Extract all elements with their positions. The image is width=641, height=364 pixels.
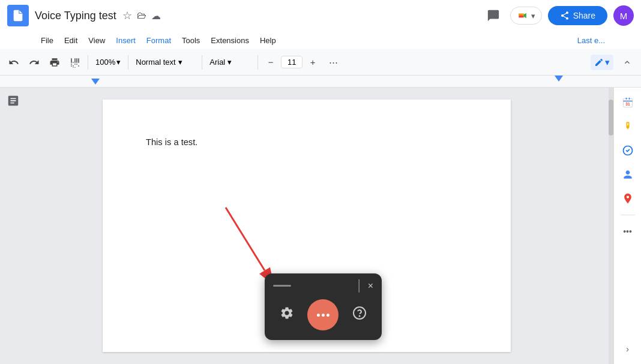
summary-icon[interactable] bbox=[5, 92, 22, 109]
scrollbar-thumb[interactable] bbox=[609, 100, 613, 136]
title-icons: ☆ 🗁 ☁ bbox=[122, 9, 161, 22]
doc-content[interactable]: This is a test. bbox=[146, 136, 468, 149]
doc-text: This is a test. bbox=[146, 136, 468, 149]
menu-format[interactable]: Format bbox=[142, 34, 176, 47]
folder-icon[interactable]: 🗁 bbox=[137, 10, 146, 21]
settings-button[interactable] bbox=[280, 306, 294, 324]
svg-line-4 bbox=[226, 207, 265, 270]
sidebar-expand[interactable]: › bbox=[618, 339, 638, 359]
widget-close-button[interactable]: × bbox=[368, 281, 373, 291]
zoom-dropdown[interactable]: 100% ▾ bbox=[92, 53, 124, 71]
sidebar-tasks[interactable] bbox=[618, 140, 638, 161]
star-icon[interactable]: ☆ bbox=[122, 9, 132, 22]
toolbar: 100% ▾ Normal text ▾ Arial ▾ − + ⋯ ▾ bbox=[0, 49, 641, 76]
font-size-decrease[interactable]: − bbox=[262, 53, 280, 71]
divider-2 bbox=[128, 55, 128, 70]
last-edit[interactable]: Last e... bbox=[577, 36, 605, 45]
voice-typing-widget: │ × bbox=[265, 273, 382, 340]
title-right: ▾ Share M bbox=[483, 5, 634, 26]
font-size-control: − + bbox=[262, 53, 322, 71]
menu-bar: File Edit View Insert Format Tools Exten… bbox=[0, 31, 641, 49]
svg-rect-8 bbox=[625, 98, 627, 100]
drag-handle bbox=[273, 285, 291, 287]
menu-edit[interactable]: Edit bbox=[59, 34, 82, 47]
mic-dot-3 bbox=[327, 314, 330, 317]
sidebar-calendar[interactable]: 31 bbox=[618, 92, 638, 113]
menu-help[interactable]: Help bbox=[255, 34, 281, 47]
chat-button[interactable] bbox=[483, 5, 504, 26]
right-sidebar: 31 ••• › bbox=[613, 88, 641, 364]
font-size-input[interactable] bbox=[281, 56, 302, 68]
meet-button[interactable]: ▾ bbox=[510, 7, 542, 25]
scrollbar[interactable] bbox=[609, 88, 613, 364]
sidebar-divider bbox=[621, 215, 635, 215]
menu-view[interactable]: View bbox=[83, 34, 110, 47]
paint-format-button[interactable] bbox=[66, 53, 84, 71]
divider-4 bbox=[257, 55, 258, 70]
divider-1 bbox=[88, 55, 88, 70]
mic-dot-1 bbox=[317, 314, 320, 317]
ruler bbox=[0, 76, 641, 88]
main-area: This is a test. │ × bbox=[0, 88, 641, 364]
title-bar: Voice Typing test ☆ 🗁 ☁ ▾ Share bbox=[0, 0, 641, 31]
menu-tools[interactable]: Tools bbox=[177, 34, 205, 47]
share-label: Share bbox=[573, 11, 595, 20]
doc-title: Voice Typing test bbox=[35, 10, 116, 22]
avatar[interactable]: M bbox=[613, 5, 634, 26]
doc-area: This is a test. │ × bbox=[0, 88, 613, 364]
mic-dots bbox=[317, 314, 330, 317]
sidebar-more[interactable]: ••• bbox=[618, 221, 638, 242]
menu-extensions[interactable]: Extensions bbox=[206, 34, 254, 47]
mic-button[interactable] bbox=[307, 299, 339, 330]
sidebar-contacts[interactable] bbox=[618, 164, 638, 185]
undo-button[interactable] bbox=[5, 53, 23, 71]
menu-file[interactable]: File bbox=[36, 34, 58, 47]
collapse-toolbar-button[interactable] bbox=[618, 53, 636, 71]
svg-rect-9 bbox=[628, 98, 630, 100]
app-icon bbox=[7, 5, 29, 26]
cloud-icon[interactable]: ☁ bbox=[151, 10, 161, 22]
share-button[interactable]: Share bbox=[548, 6, 607, 25]
sidebar-maps[interactable] bbox=[618, 188, 638, 209]
more-options-button[interactable]: ⋯ bbox=[324, 53, 342, 71]
help-button[interactable] bbox=[352, 306, 367, 324]
menu-insert[interactable]: Insert bbox=[111, 34, 140, 47]
font-dropdown[interactable]: Arial ▾ bbox=[206, 53, 254, 71]
cursor-indicator: │ bbox=[356, 279, 363, 292]
sidebar-keep[interactable] bbox=[618, 116, 638, 137]
redo-button[interactable] bbox=[25, 53, 43, 71]
style-dropdown[interactable]: Normal text ▾ bbox=[132, 53, 198, 71]
svg-text:31: 31 bbox=[625, 102, 630, 106]
widget-body bbox=[273, 299, 373, 330]
mic-dot-2 bbox=[322, 314, 325, 317]
divider-3 bbox=[202, 55, 202, 70]
red-arrow bbox=[208, 201, 292, 285]
widget-header: │ × bbox=[273, 279, 373, 292]
edit-mode-button[interactable]: ▾ bbox=[591, 55, 613, 70]
font-size-increase[interactable]: + bbox=[304, 53, 322, 71]
doc-page: This is a test. │ × bbox=[103, 100, 511, 352]
print-button[interactable] bbox=[46, 53, 64, 71]
